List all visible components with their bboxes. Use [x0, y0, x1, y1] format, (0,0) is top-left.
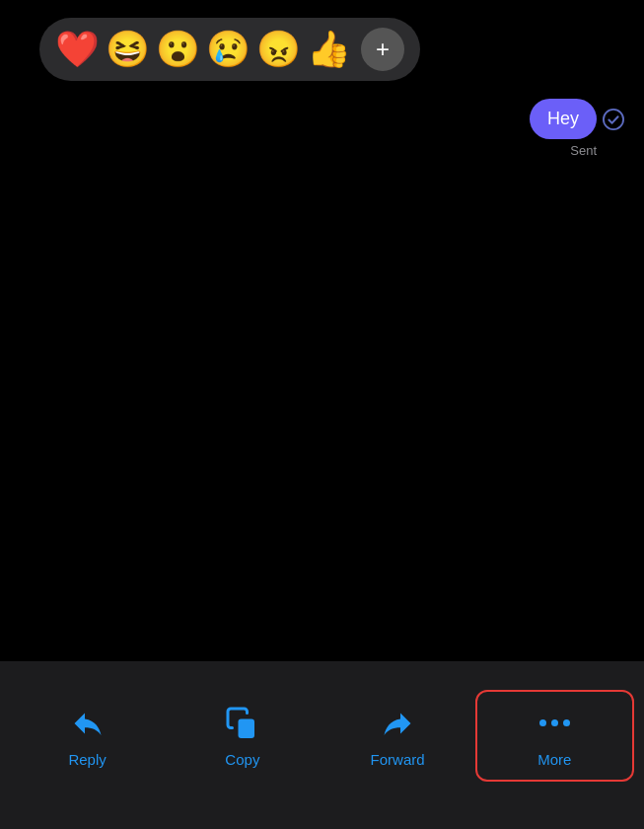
bottom-action-bar: Reply Copy Forward More — [0, 661, 644, 829]
message-row: Hey — [530, 99, 624, 139]
reply-icon — [70, 704, 106, 743]
reaction-heart[interactable]: ❤️ — [55, 32, 100, 67]
three-dots-icon — [539, 719, 570, 726]
plus-icon: + — [376, 38, 390, 61]
forward-action[interactable]: Forward — [321, 692, 475, 780]
reaction-bar: ❤️ 😆 😮 😢 😠 👍 + — [39, 18, 420, 81]
copy-label: Copy — [225, 751, 259, 768]
copy-icon — [225, 704, 260, 743]
reply-action[interactable]: Reply — [10, 692, 165, 780]
more-icon — [539, 704, 570, 743]
svg-point-0 — [604, 109, 623, 128]
more-label: More — [537, 751, 571, 768]
reply-label: Reply — [68, 751, 106, 768]
reaction-wow[interactable]: 😮 — [156, 32, 200, 67]
reaction-laugh[interactable]: 😆 — [106, 32, 150, 67]
dot-1 — [539, 719, 546, 726]
sent-check-icon — [603, 109, 624, 130]
dot-2 — [551, 719, 558, 726]
dot-3 — [563, 719, 570, 726]
copy-action[interactable]: Copy — [165, 692, 320, 780]
message-area: Hey Sent — [530, 99, 624, 158]
reaction-thumbsup[interactable]: 👍 — [307, 32, 351, 67]
message-bubble: Hey — [530, 99, 597, 139]
more-action[interactable]: More — [475, 690, 634, 782]
forward-icon — [380, 704, 415, 743]
reaction-angry[interactable]: 😠 — [256, 32, 301, 67]
message-status: Sent — [570, 143, 624, 158]
reaction-cry[interactable]: 😢 — [206, 32, 250, 67]
forward-label: Forward — [371, 751, 425, 768]
svg-rect-1 — [238, 718, 254, 738]
reaction-add-button[interactable]: + — [361, 28, 404, 71]
